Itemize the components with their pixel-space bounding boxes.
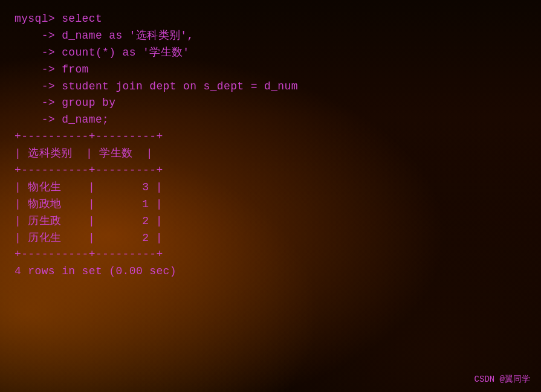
terminal-window: mysql> select -> d_name as '选科类别', -> co… <box>0 0 541 291</box>
sql-line-3: -> count(*) as '学生数' <box>15 45 526 62</box>
table-row-2: | 物政地 | 1 | <box>15 196 526 213</box>
table-header: | 选科类别 | 学生数 | <box>15 146 526 162</box>
sql-line-5: -> student join dept on s_dept = d_num <box>15 79 526 95</box>
sql-line-4: -> from <box>15 62 526 79</box>
table-row-4: | 历化生 | 2 | <box>15 230 526 247</box>
sql-line-2: -> d_name as '选科类别', <box>15 28 526 45</box>
table-row-1: | 物化生 | 3 | <box>15 179 526 196</box>
sql-line-6: -> group by <box>15 95 526 112</box>
sql-line-7: -> d_name; <box>15 112 526 129</box>
result-line: 4 rows in set (0.00 sec) <box>15 263 526 280</box>
watermark: CSDN @翼同学 <box>475 374 530 385</box>
table-border-mid: +----------+---------+ <box>15 162 526 179</box>
sql-line-1: mysql> select <box>15 11 526 28</box>
table-row-3: | 历生政 | 2 | <box>15 213 526 230</box>
table-border-top: +----------+---------+ <box>15 129 526 146</box>
table-border-bottom: +----------+---------+ <box>15 246 526 263</box>
